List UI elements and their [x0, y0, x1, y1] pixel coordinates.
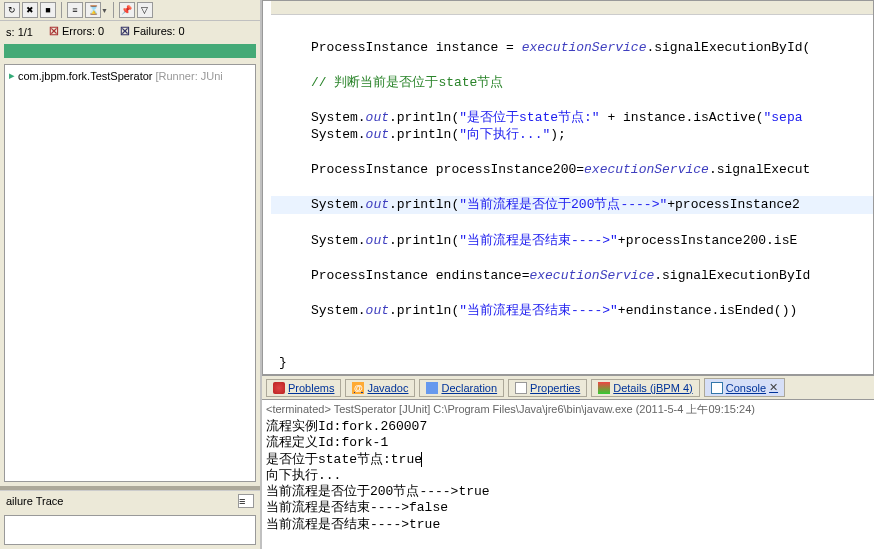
junit-stats: s: 1/1 ☒ Errors: 0 ☒ Failures: 0 [0, 21, 260, 42]
console-line: 当前流程是否结束---->false [266, 500, 870, 516]
console-line: 当前流程是否结束---->true [266, 517, 870, 533]
error-icon: ☒ [49, 25, 59, 37]
text-cursor [421, 452, 422, 467]
tab-declaration[interactable]: Declaration [419, 379, 504, 397]
runs-label: s: [6, 26, 15, 38]
details-icon [598, 382, 610, 394]
close-icon[interactable]: ✕ [769, 381, 778, 394]
code-line: System.out.println("向下执行..."); [311, 127, 566, 142]
highlighted-line: System.out.println("当前流程是否位于200节点---->"+… [271, 196, 874, 214]
history-icon[interactable]: ⌛ [85, 2, 101, 18]
errors-count: 0 [98, 25, 104, 37]
junit-view: ↻ ✖ ■ ≡ ⌛ ▼ 📌 ▽ s: 1/1 ☒ Errors: 0 ☒ Fai… [0, 0, 262, 549]
console-icon [711, 382, 723, 394]
console-view: <terminated> TestSperator [JUnit] C:\Pro… [262, 399, 874, 549]
tab-console[interactable]: Console ✕ [704, 378, 785, 397]
code-line: ProcessInstance endinstance=executionSer… [311, 268, 810, 283]
progress-bar [4, 44, 256, 58]
rerun-icon[interactable]: ↻ [4, 2, 20, 18]
code-line: System.out.println("是否位于state节点:" + inst… [311, 110, 803, 125]
stop-icon[interactable]: ■ [40, 2, 56, 18]
tab-label: Problems [288, 382, 334, 394]
editor-panel: ProcessInstance instance = executionServ… [262, 0, 874, 549]
failure-trace-area [4, 515, 256, 545]
tab-label: Console [726, 382, 766, 394]
test-class-item[interactable]: ▸ com.jbpm.fork.TestSperator [Runner: JU… [9, 69, 251, 82]
tab-problems[interactable]: Problems [266, 379, 341, 397]
failure-trace-label: ailure Trace [6, 495, 63, 507]
failures-count: 0 [178, 25, 184, 37]
problems-icon [273, 382, 285, 394]
tab-javadoc[interactable]: @ Javadoc [345, 379, 415, 397]
show-failures-icon[interactable]: ≡ [67, 2, 83, 18]
console-output[interactable]: 流程实例Id:fork.260007 流程定义Id:fork-1 是否位于sta… [262, 419, 874, 533]
code-line: System.out.println("当前流程是否结束---->"+endin… [311, 303, 797, 318]
code-line: // 判断当前是否位于state节点 [311, 75, 503, 90]
failure-trace-header: ailure Trace ≡ [0, 490, 260, 511]
tab-label: Details (jBPM 4) [613, 382, 692, 394]
test-name: com.jbpm.fork.TestSperator [18, 70, 153, 82]
failure-icon: ☒ [120, 25, 130, 37]
console-line: 流程实例Id:fork.260007 [266, 419, 870, 435]
views-tabbar: Problems @ Javadoc Declaration Propertie… [262, 375, 874, 399]
pin-icon[interactable]: 📌 [119, 2, 135, 18]
rerun-failed-icon[interactable]: ✖ [22, 2, 38, 18]
code-line: System.out.println("当前流程是否结束---->"+proce… [311, 233, 797, 248]
tab-properties[interactable]: Properties [508, 379, 587, 397]
tab-label: Declaration [441, 382, 497, 394]
console-header: <terminated> TestSperator [JUnit] C:\Pro… [262, 400, 874, 419]
code-line: ProcessInstance instance = executionServ… [311, 40, 810, 55]
javadoc-icon: @ [352, 382, 364, 394]
declaration-icon [426, 382, 438, 394]
code-brace: } [279, 355, 287, 370]
tab-details[interactable]: Details (jBPM 4) [591, 379, 699, 397]
runs-count: 1/1 [18, 26, 33, 38]
console-line: 当前流程是否位于200节点---->true [266, 484, 870, 500]
console-line: 是否位于state节点:true [266, 452, 870, 468]
compare-icon[interactable]: ≡ [238, 494, 254, 508]
test-runner: [Runner: JUni [156, 70, 223, 82]
tab-label: Javadoc [367, 382, 408, 394]
console-line: 流程定义Id:fork-1 [266, 435, 870, 451]
junit-toolbar: ↻ ✖ ■ ≡ ⌛ ▼ 📌 ▽ [0, 0, 260, 21]
properties-icon [515, 382, 527, 394]
errors-label: Errors: [62, 25, 95, 37]
failures-label: Failures: [133, 25, 175, 37]
pass-icon: ▸ [9, 69, 15, 82]
code-editor[interactable]: ProcessInstance instance = executionServ… [262, 0, 874, 375]
tab-label: Properties [530, 382, 580, 394]
menu-icon[interactable]: ▽ [137, 2, 153, 18]
code-line: ProcessInstance processInstance200=execu… [311, 162, 810, 177]
editor-ruler [271, 1, 873, 15]
test-tree[interactable]: ▸ com.jbpm.fork.TestSperator [Runner: JU… [4, 64, 256, 482]
console-line: 向下执行... [266, 468, 870, 484]
